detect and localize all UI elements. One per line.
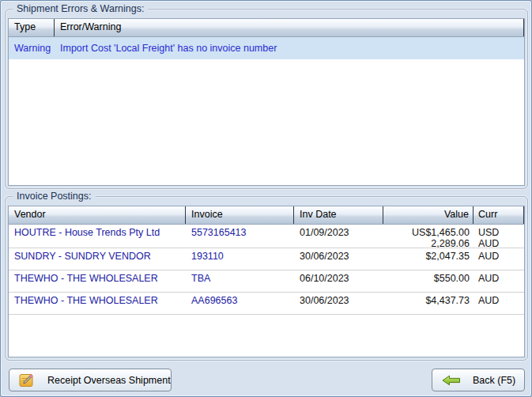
posting-vendor-cell: THEWHO - THE WHOLESALER — [9, 295, 186, 314]
postings-col-curr[interactable]: Curr — [474, 206, 524, 224]
shipment-window: Shipment Errors & Warnings: Type Error/W… — [0, 0, 532, 397]
errors-groupbox-title: Shipment Errors & Warnings: — [13, 3, 148, 15]
errors-table: Type Error/Warning Warning Import Cost '… — [8, 18, 525, 186]
posting-curr-cell: USD AUD — [474, 227, 524, 248]
posting-value-cell: US$1,465.00 2,289.06 — [383, 227, 474, 248]
postings-groupbox: Invoice Postings: Vendor Invoice Inv Dat… — [5, 196, 528, 361]
postings-table-header: Vendor Invoice Inv Date Value Curr — [9, 206, 524, 225]
posting-row[interactable]: HOUTRE - House Trends Pty Ltd 5573165413… — [9, 225, 524, 248]
errors-groupbox: Shipment Errors & Warnings: Type Error/W… — [5, 9, 528, 189]
errors-table-header: Type Error/Warning — [9, 19, 524, 37]
receipt-overseas-shipment-button[interactable]: Receipt Overseas Shipment — [9, 369, 172, 391]
posting-invdate-cell: 30/06/2023 — [294, 251, 383, 270]
posting-curr-cell: AUD — [474, 295, 524, 314]
posting-value-line1: US$1,465.00 — [383, 227, 470, 238]
posting-vendor-cell: THEWHO - THE WHOLESALER — [9, 273, 186, 292]
postings-col-value[interactable]: Value — [383, 206, 474, 224]
posting-invdate-cell: 30/06/2023 — [294, 295, 383, 314]
postings-col-invdate[interactable]: Inv Date — [294, 206, 383, 224]
receipt-button-label: Receipt Overseas Shipment — [47, 375, 171, 386]
posting-row[interactable]: THEWHO - THE WHOLESALER TBA 06/10/2023 $… — [9, 270, 524, 293]
posting-value-line2: 2,289.06 — [383, 238, 470, 248]
posting-vendor-cell: HOUTRE - House Trends Pty Ltd — [9, 227, 186, 248]
posting-curr-line2: AUD — [478, 238, 524, 248]
postings-col-invoice[interactable]: Invoice — [186, 206, 294, 224]
posting-invdate-cell: 01/09/2023 — [294, 227, 383, 248]
note-edit-icon — [18, 372, 34, 388]
posting-invdate-cell: 06/10/2023 — [294, 273, 383, 292]
posting-value-cell: $2,047.35 — [383, 251, 474, 270]
posting-row[interactable]: THEWHO - THE WHOLESALER AA696563 30/06/2… — [9, 293, 524, 315]
error-warning-row[interactable]: Warning Import Cost 'Local Freight' has … — [9, 37, 524, 59]
posting-curr-cell: AUD — [474, 251, 524, 270]
posting-row[interactable]: SUNDRY - SUNDRY VENDOR 193110 30/06/2023… — [9, 248, 524, 270]
posting-invoice-cell: TBA — [186, 273, 294, 292]
error-type-cell: Warning — [9, 43, 55, 54]
posting-invoice-cell: 193110 — [186, 251, 294, 270]
errors-col-message[interactable]: Error/Warning — [55, 19, 524, 36]
posting-value-cell: $550.00 — [383, 273, 474, 292]
posting-value-cell: $4,437.73 — [383, 295, 474, 314]
back-button-label: Back (F5) — [473, 375, 515, 386]
postings-table: Vendor Invoice Inv Date Value Curr HOUTR… — [8, 206, 525, 357]
posting-invoice-cell: 5573165413 — [186, 227, 294, 248]
errors-col-type[interactable]: Type — [9, 19, 55, 36]
posting-vendor-cell: SUNDRY - SUNDRY VENDOR — [9, 251, 186, 270]
postings-col-vendor[interactable]: Vendor — [9, 206, 186, 224]
back-button[interactable]: Back (F5) — [432, 369, 525, 391]
error-message-cell: Import Cost 'Local Freight' has no invoi… — [55, 43, 524, 54]
posting-invoice-cell: AA696563 — [186, 295, 294, 314]
postings-groupbox-title: Invoice Postings: — [13, 191, 96, 202]
posting-curr-cell: AUD — [474, 273, 524, 292]
left-arrow-icon — [442, 375, 461, 386]
posting-curr-line1: USD — [478, 227, 524, 238]
